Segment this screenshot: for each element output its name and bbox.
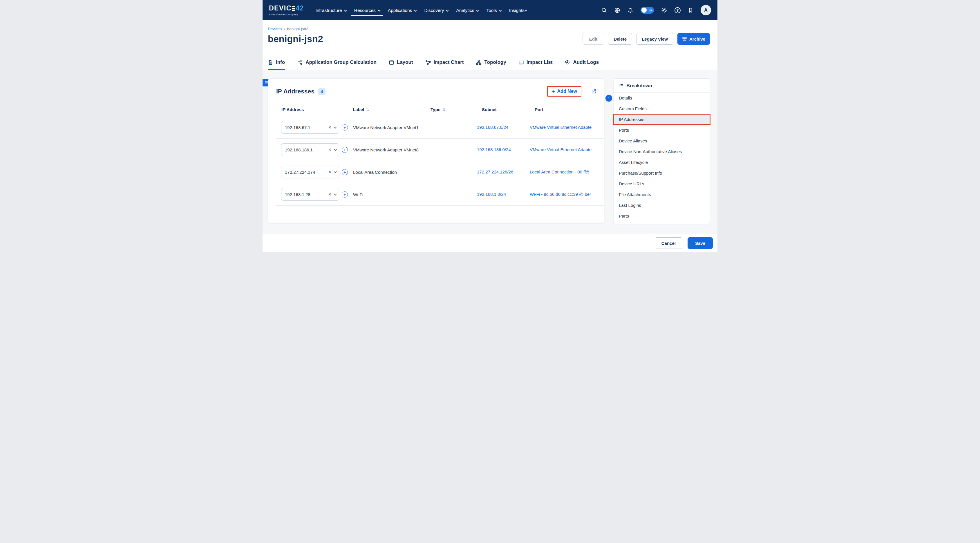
tab-audit-logs[interactable]: Audit Logs bbox=[565, 59, 599, 70]
breakdown-item-device-non-authoritative-aliases[interactable]: Device Non-Authoritative Aliases bbox=[614, 146, 710, 157]
nav-item-infrastructure[interactable]: Infrastructure bbox=[312, 4, 349, 16]
clear-icon[interactable]: × bbox=[328, 192, 331, 197]
port-link[interactable]: VMware Virtual Ethernet Adapte bbox=[530, 125, 592, 130]
breadcrumb-devices-link[interactable]: Devices bbox=[268, 27, 282, 31]
nav-item-resources[interactable]: Resources bbox=[351, 4, 383, 16]
breakdown-item-device-urls[interactable]: Device URLs bbox=[614, 178, 710, 189]
archive-button[interactable]: Archive bbox=[678, 33, 710, 44]
subnet-link[interactable]: 192.168.186.0/24 bbox=[477, 147, 511, 152]
port-link[interactable]: Wi-Fi - 9c:b6:d0:8c:cc:39 @ ber bbox=[530, 192, 591, 197]
legacy-view-button[interactable]: Legacy View bbox=[636, 33, 673, 44]
logo-e-bars-icon bbox=[292, 6, 295, 11]
clear-icon[interactable]: × bbox=[328, 169, 331, 175]
tab-topology[interactable]: Topology bbox=[476, 59, 506, 70]
chevron-down-icon bbox=[378, 9, 381, 12]
ip-addresses-card: IP Addresses 4 + Add New IP Address Labe… bbox=[268, 78, 604, 223]
breakdown-item-custom-fields[interactable]: Custom Fields bbox=[614, 103, 710, 114]
topology-icon bbox=[476, 59, 482, 65]
impact-chart-icon bbox=[425, 59, 431, 65]
sidebar-expand-button[interactable] bbox=[606, 95, 612, 102]
ip-select-input[interactable]: 172.27.224.174 × bbox=[281, 166, 339, 178]
archive-icon bbox=[682, 37, 687, 41]
bookmark-icon[interactable] bbox=[688, 8, 694, 13]
search-icon[interactable] bbox=[601, 7, 607, 13]
breakdown-item-file-attachments[interactable]: File Attachments bbox=[614, 189, 710, 200]
subnet-link[interactable]: 192.168.67.0/24 bbox=[477, 125, 508, 130]
chevron-down-icon[interactable] bbox=[334, 148, 337, 151]
notifications-bell-icon[interactable] bbox=[627, 7, 633, 13]
ip-select-input[interactable]: 192.168.1.28 × bbox=[281, 188, 339, 201]
add-circle-icon[interactable]: + bbox=[342, 169, 348, 175]
tab-impact-chart[interactable]: Impact Chart bbox=[425, 59, 464, 70]
theme-toggle[interactable] bbox=[641, 7, 654, 14]
add-new-button[interactable]: + Add New bbox=[552, 89, 577, 94]
add-circle-icon[interactable]: + bbox=[342, 147, 348, 153]
ip-select-input[interactable]: 192.168.186.1 × bbox=[281, 143, 339, 156]
chevron-down-icon[interactable] bbox=[334, 125, 337, 129]
settings-gear-icon[interactable] bbox=[661, 7, 667, 13]
nav-item-insights[interactable]: Insights+ bbox=[506, 4, 530, 16]
user-avatar[interactable]: A bbox=[701, 5, 711, 15]
nav-item-discovery[interactable]: Discovery bbox=[421, 4, 451, 16]
column-header-port: Port bbox=[535, 107, 604, 112]
tab-application-group-calculation[interactable]: Application Group Calculation bbox=[297, 59, 377, 70]
breakdown-item-details[interactable]: Details bbox=[614, 92, 710, 103]
table-row: 192.168.67.1 × + VMware Network Adapter … bbox=[276, 116, 604, 139]
add-circle-icon[interactable]: + bbox=[342, 124, 348, 130]
chevron-down-icon[interactable] bbox=[334, 193, 337, 195]
breakdown-item-purchase-support-info[interactable]: Purchase/Support Info bbox=[614, 168, 710, 178]
save-button[interactable]: Save bbox=[687, 237, 713, 249]
logo-text-left: DEVIC bbox=[269, 4, 291, 12]
help-icon[interactable]: ? bbox=[675, 7, 681, 13]
breakdown-item-device-aliases[interactable]: Device Aliases bbox=[614, 135, 710, 146]
chevron-down-icon bbox=[499, 9, 502, 12]
column-header-type: Type⇅ bbox=[431, 107, 482, 112]
brand-tagline: A Freshworks Company bbox=[269, 13, 304, 16]
nav-item-analytics[interactable]: Analytics bbox=[453, 4, 481, 16]
clear-icon[interactable]: × bbox=[328, 125, 331, 130]
edit-button[interactable]: Edit bbox=[582, 33, 604, 44]
tab-layout[interactable]: Layout bbox=[389, 59, 413, 70]
device-actions: Edit Delete Legacy View Archive bbox=[582, 33, 712, 44]
breakdown-panel: Breakdown Details Custom Fields IP Addre… bbox=[614, 78, 710, 224]
nav-item-applications[interactable]: Applications bbox=[385, 4, 419, 16]
add-circle-icon[interactable]: + bbox=[342, 191, 348, 197]
cancel-button[interactable]: Cancel bbox=[655, 237, 682, 249]
table-row: 192.168.1.28 × + Wi-Fi 192.168.1.0/24 Wi… bbox=[276, 183, 604, 206]
ip-addresses-header: IP Addresses 4 + Add New bbox=[276, 86, 604, 97]
brand-logo[interactable]: DEVIC 42 A Freshworks Company bbox=[269, 4, 304, 16]
page-title: benigni-jsn2 bbox=[268, 33, 323, 44]
column-header-subnet: Subnet bbox=[482, 107, 535, 112]
ip-count-badge: 4 bbox=[318, 88, 326, 95]
sort-icon[interactable]: ⇅ bbox=[366, 108, 369, 112]
table-header-row: IP Address Label⇅ Type⇅ Subnet Port bbox=[276, 103, 604, 116]
subnet-link[interactable]: 172.27.224.128/26 bbox=[477, 169, 513, 174]
breakdown-item-parts[interactable]: Parts bbox=[614, 211, 710, 221]
breakdown-item-asset-lifecycle[interactable]: Asset Lifecycle bbox=[614, 157, 710, 168]
tab-impact-list[interactable]: Impact List bbox=[519, 59, 553, 70]
port-link[interactable]: Local Area Connection - 00:ff:5 bbox=[530, 169, 590, 174]
list-tree-icon bbox=[619, 83, 624, 88]
ip-addresses-table: IP Address Label⇅ Type⇅ Subnet Port 192.… bbox=[276, 103, 604, 206]
share-nodes-icon bbox=[297, 59, 303, 65]
breakdown-item-ip-addresses[interactable]: IP Addresses bbox=[614, 114, 710, 125]
chevron-down-icon[interactable] bbox=[334, 170, 337, 173]
ip-select-input[interactable]: 192.168.67.1 × bbox=[281, 121, 339, 134]
tab-info[interactable]: Info bbox=[268, 59, 285, 70]
open-external-icon[interactable] bbox=[591, 89, 597, 94]
nav-item-tools[interactable]: Tools bbox=[483, 4, 504, 16]
subnet-link[interactable]: 192.168.1.0/24 bbox=[477, 192, 506, 197]
document-icon bbox=[268, 60, 273, 65]
toggle-knob bbox=[641, 8, 647, 13]
port-link[interactable]: VMware Virtual Ethernet Adapte bbox=[530, 147, 592, 152]
clear-icon[interactable]: × bbox=[328, 147, 331, 152]
sort-icon[interactable]: ⇅ bbox=[442, 108, 445, 112]
delete-button[interactable]: Delete bbox=[608, 33, 632, 44]
breakdown-item-last-logins[interactable]: Last Logins bbox=[614, 200, 710, 211]
breakdown-item-ports[interactable]: Ports bbox=[614, 125, 710, 135]
globe-icon[interactable] bbox=[614, 7, 620, 13]
title-row: benigni-jsn2 Edit Delete Legacy View Arc… bbox=[268, 33, 712, 44]
ip-label: VMware Network Adapter VMnet8 bbox=[353, 148, 426, 152]
chevron-down-icon bbox=[476, 9, 479, 12]
ip-label: Wi-Fi bbox=[353, 192, 426, 197]
